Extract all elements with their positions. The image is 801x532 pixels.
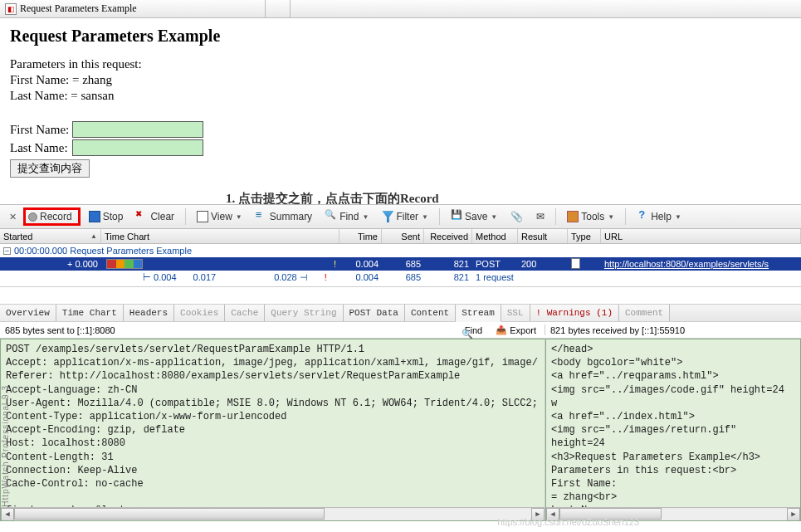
url-link[interactable]: http://localhost:8080/examples/servlets/… bbox=[604, 259, 769, 269]
tab-stream[interactable]: Stream bbox=[456, 305, 501, 322]
clear-icon bbox=[136, 211, 148, 222]
grid-header: Started▲ Time Chart Time Sent Received M… bbox=[0, 229, 801, 244]
form: First Name: Last Name: 提交查询内容 bbox=[10, 121, 791, 178]
httpwatch-toolbar: ✕ Record Stop Clear View▼ Summary Find▼ … bbox=[0, 204, 801, 229]
tab-cache[interactable]: Cache bbox=[225, 305, 265, 321]
col-started[interactable]: Started▲ bbox=[0, 229, 101, 243]
response-pane[interactable]: </head><body bgcolor="white"><a href="..… bbox=[545, 339, 801, 521]
help-button[interactable]: Help▼ bbox=[632, 208, 686, 225]
bytes-sent-label: 685 bytes sent to [::1]:8080 bbox=[5, 325, 115, 335]
attach-button[interactable]: 📎 bbox=[506, 208, 528, 225]
scroll-right-icon[interactable]: ▶ bbox=[787, 508, 800, 521]
scrollbar-horizontal[interactable]: ◀ ▶ bbox=[1, 507, 545, 520]
tab-content[interactable]: Content bbox=[405, 305, 456, 321]
col-method[interactable]: Method bbox=[472, 229, 518, 243]
close-icon[interactable]: ✕ bbox=[5, 209, 20, 224]
clear-button[interactable]: Clear bbox=[131, 208, 179, 225]
col-url[interactable]: URL bbox=[601, 229, 801, 243]
first-name-label: First Name: bbox=[10, 123, 72, 137]
find-icon bbox=[325, 211, 337, 222]
summary-button[interactable]: Summary bbox=[251, 208, 317, 225]
chevron-down-icon: ▼ bbox=[608, 213, 614, 221]
tab-time-chart[interactable]: Time Chart bbox=[56, 305, 124, 321]
tab-query-string[interactable]: Query String bbox=[265, 305, 343, 321]
save-button[interactable]: Save▼ bbox=[446, 208, 502, 225]
chevron-down-icon: ▼ bbox=[675, 213, 681, 221]
summary-row: ⊢ 0.004 0.017 0.028 ⊣ ! 0.004 685 821 1 … bbox=[0, 271, 801, 284]
time-chart-mini bbox=[106, 259, 143, 269]
record-button[interactable]: Record bbox=[23, 207, 81, 226]
col-sent[interactable]: Sent bbox=[382, 229, 424, 243]
scroll-left-icon[interactable]: ◀ bbox=[1, 508, 14, 521]
last-name-value: Last Name: = sansan bbox=[10, 89, 791, 103]
tab-headers[interactable]: Headers bbox=[124, 305, 174, 321]
view-icon bbox=[197, 211, 208, 222]
chevron-down-icon: ▼ bbox=[491, 213, 497, 221]
record-icon bbox=[28, 212, 37, 222]
summary-icon bbox=[256, 211, 267, 222]
tab-cookies[interactable]: Cookies bbox=[174, 305, 225, 321]
page-content: Request Parameters Example Parameters in… bbox=[0, 18, 801, 181]
request-row[interactable]: + 0.000 ! 0.004 685 821 POST 200 http://… bbox=[0, 257, 801, 271]
tab-ssl[interactable]: SSL bbox=[501, 305, 530, 321]
col-result[interactable]: Result bbox=[518, 229, 568, 243]
collapse-icon[interactable]: − bbox=[3, 247, 11, 255]
tools-icon bbox=[567, 211, 579, 222]
bytes-received-label: 821 bytes received by [::1]:55910 bbox=[550, 325, 685, 335]
tools-button[interactable]: Tools▼ bbox=[562, 208, 619, 225]
submit-button[interactable]: 提交查询内容 bbox=[10, 159, 90, 178]
page-icon bbox=[571, 258, 580, 269]
product-label: HttpWatch Professional 9.3 bbox=[1, 385, 10, 507]
col-received[interactable]: Received bbox=[424, 229, 472, 243]
page-heading: Request Parameters Example bbox=[10, 27, 791, 46]
intro-text: Parameters in this request: bbox=[10, 57, 791, 71]
tab-overview[interactable]: Overview bbox=[0, 305, 56, 321]
find-in-stream-button[interactable]: Find bbox=[459, 325, 486, 335]
filter-button[interactable]: Filter▼ bbox=[377, 208, 433, 225]
view-button[interactable]: View▼ bbox=[192, 208, 247, 225]
page-icon: ◧ bbox=[5, 3, 17, 15]
tab-post-data[interactable]: POST Data bbox=[344, 305, 405, 321]
col-time[interactable]: Time bbox=[339, 229, 382, 243]
stop-icon bbox=[89, 211, 100, 222]
watermark: https://blog.csdn.net/oZuoShen123 bbox=[497, 517, 639, 527]
col-type[interactable]: Type bbox=[568, 229, 601, 243]
save-icon bbox=[451, 211, 462, 222]
new-tab-slot[interactable] bbox=[266, 0, 291, 18]
browser-tab[interactable]: ◧ Request Parameters Example bbox=[0, 0, 266, 18]
help-icon bbox=[637, 211, 648, 222]
export-button[interactable]: 📤 Export bbox=[492, 325, 540, 335]
col-time-chart[interactable]: Time Chart bbox=[101, 229, 339, 243]
tab-comment[interactable]: Comment bbox=[619, 305, 670, 321]
stop-button[interactable]: Stop bbox=[84, 208, 129, 225]
find-button[interactable]: Find▼ bbox=[320, 208, 374, 225]
detail-info-bar: 685 bytes sent to [::1]:8080 Find 📤 Expo… bbox=[0, 322, 801, 339]
titlebar: ◧ Request Parameters Example bbox=[0, 0, 801, 18]
detail-tabs: Overview Time Chart Headers Cookies Cach… bbox=[0, 304, 801, 322]
first-name-input[interactable] bbox=[72, 121, 203, 138]
chevron-down-icon: ▼ bbox=[422, 213, 428, 221]
request-pane[interactable]: POST /examples/servlets/servlet/RequestP… bbox=[0, 339, 545, 521]
filter-icon bbox=[382, 211, 393, 222]
last-name-label: Last Name: bbox=[10, 141, 72, 155]
email-button[interactable]: ✉ bbox=[531, 208, 549, 225]
first-name-value: First Name: = zhang bbox=[10, 73, 791, 87]
grid-body: − 00:00:00.000 Request Parameters Exampl… bbox=[0, 244, 801, 287]
last-name-input[interactable] bbox=[72, 139, 203, 156]
stream-panes: POST /examples/servlets/servlet/RequestP… bbox=[0, 339, 801, 521]
group-row[interactable]: − 00:00:00.000 Request Parameters Exampl… bbox=[0, 244, 801, 257]
chevron-down-icon: ▼ bbox=[236, 213, 242, 221]
tab-warnings[interactable]: ! Warnings (1) bbox=[530, 305, 619, 321]
tab-title: Request Parameters Example bbox=[20, 2, 137, 15]
chevron-down-icon: ▼ bbox=[362, 213, 369, 221]
